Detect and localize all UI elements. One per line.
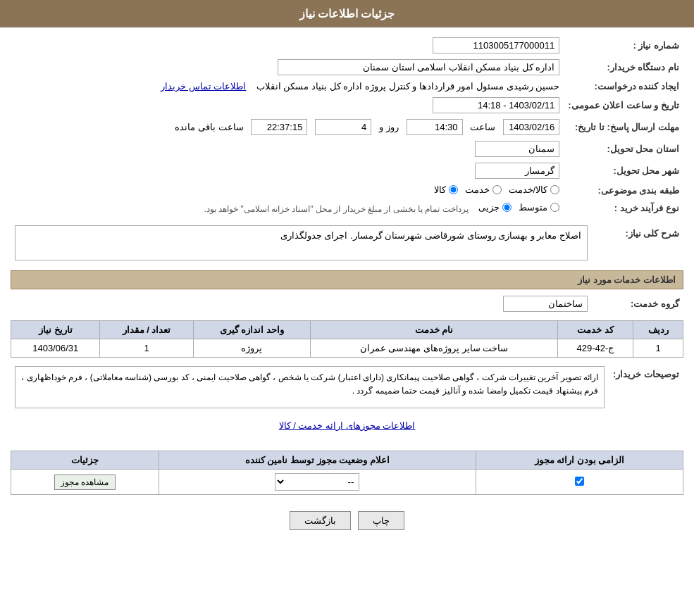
licenses-header-row: الزامی بودن ارائه مجوز اعلام وضعیت مجوز … bbox=[11, 451, 683, 470]
col-unit: واحد اندازه گیری bbox=[193, 321, 311, 339]
purchase-radio-group: متوسط جزیی bbox=[478, 202, 559, 213]
province-row: استان محل تحویل: سمنان bbox=[11, 138, 683, 160]
services-tbody: 1 ج-42-429 ساخت سایر پروژه‌های مهندسی عم… bbox=[11, 339, 683, 358]
service-group-row: گروه خدمت: ساختمان bbox=[11, 293, 683, 315]
license-required-checkbox[interactable] bbox=[575, 477, 584, 486]
purchase-radio-1[interactable] bbox=[502, 203, 512, 212]
category-row: طبقه بندی موضوعی: کالا/خدمت خدمت bbox=[11, 182, 683, 199]
license-status-cell: -- bbox=[159, 470, 476, 495]
service-quantity: 1 bbox=[100, 339, 193, 358]
notes-text: ارائه تصویر آخرین تغییرات شرکت ، گواهی ص… bbox=[21, 372, 598, 396]
services-table: ردیف کد خدمت نام خدمت واحد اندازه گیری ت… bbox=[11, 320, 683, 358]
col-name: نام خدمت bbox=[311, 321, 557, 339]
time-label: ساعت bbox=[470, 122, 495, 132]
service-group-label: گروه خدمت: bbox=[592, 293, 683, 315]
purchase-type-row: نوع فرآیند خرید : متوسط جزیی پرداخت bbox=[11, 199, 683, 217]
province-input: سمنان bbox=[475, 141, 559, 157]
col-status: اعلام وضعیت مجوز توسط نامین کننده bbox=[159, 451, 476, 470]
creator-text: حسین رشیدی مسئول امور قراردادها و کنترل … bbox=[256, 81, 559, 92]
category-label-2: خدمت bbox=[465, 184, 490, 195]
need-number-label: شماره نیاز : bbox=[564, 34, 683, 56]
response-deadline-value: 1403/02/16 ساعت 14:30 روز و 4 22:37:15 س… bbox=[11, 116, 564, 138]
license-required-cell bbox=[476, 470, 683, 495]
city-row: شهر محل تحویل: گرمسار bbox=[11, 160, 683, 182]
buyer-org-value: اداره کل بنیاد مسکن انقلاب اسلامی استان … bbox=[11, 56, 564, 78]
license-details-cell: مشاهده مجوز bbox=[11, 470, 159, 495]
content-area: شماره نیاز : 1103005177000011 نام دستگاه… bbox=[0, 27, 694, 548]
col-row-num: ردیف bbox=[633, 321, 683, 339]
buyer-org-label: نام دستگاه خریدار: bbox=[564, 56, 683, 78]
purchase-radio-2[interactable] bbox=[550, 203, 559, 212]
notes-box: ارائه تصویر آخرین تغییرات شرکت ، گواهی ص… bbox=[15, 366, 605, 408]
response-date-input: 1403/02/16 bbox=[503, 119, 559, 135]
notes-table: توصیحات خریدار: ارائه تصویر آخرین تغییرا… bbox=[11, 363, 683, 411]
need-number-row: شماره نیاز : 1103005177000011 bbox=[11, 34, 683, 56]
print-button[interactable]: چاپ bbox=[358, 511, 404, 530]
category-radio-1[interactable] bbox=[550, 185, 559, 194]
category-radio-2[interactable] bbox=[492, 185, 502, 194]
licenses-table: الزامی بودن ارائه مجوز اعلام وضعیت مجوز … bbox=[11, 451, 683, 495]
announce-row: تاریخ و ساعت اعلان عمومی: 1403/02/11 - 1… bbox=[11, 94, 683, 116]
col-quantity: تعداد / مقدار bbox=[100, 321, 193, 339]
description-label: شرح کلی نیاز: bbox=[592, 222, 683, 263]
creator-row: ایجاد کننده درخواست: حسین رشیدی مسئول ام… bbox=[11, 78, 683, 94]
province-value: سمنان bbox=[11, 138, 564, 160]
province-label: استان محل تحویل: bbox=[564, 138, 683, 160]
services-thead: ردیف کد خدمت نام خدمت واحد اندازه گیری ت… bbox=[11, 321, 683, 339]
service-date: 1403/06/31 bbox=[11, 339, 100, 358]
notes-row: توصیحات خریدار: ارائه تصویر آخرین تغییرا… bbox=[11, 363, 683, 411]
services-section-header: اطلاعات خدمات مورد نیاز bbox=[11, 270, 683, 289]
description-text: اصلاح معابر و بهسازی روستای شورقاضی شهرس… bbox=[280, 230, 581, 241]
col-date: تاریخ نیاز bbox=[11, 321, 100, 339]
announce-label: تاریخ و ساعت اعلان عمومی: bbox=[564, 94, 683, 116]
footer-buttons: چاپ بازگشت bbox=[11, 501, 683, 541]
licenses-tbody: -- مشاهده مجوز bbox=[11, 470, 683, 495]
service-group-value: ساختمان bbox=[11, 293, 592, 315]
page-wrapper: جزئیات اطلاعات نیاز شماره نیاز : 1103005… bbox=[0, 0, 694, 616]
city-input: گرمسار bbox=[475, 163, 559, 179]
licenses-thead: الزامی بودن ارائه مجوز اعلام وضعیت مجوز … bbox=[11, 451, 683, 470]
col-required: الزامی بودن ارائه مجوز bbox=[476, 451, 683, 470]
purchase-type-value: متوسط جزیی پرداخت تمام یا بخشی از مبلغ خ… bbox=[11, 199, 564, 217]
category-label-3: کالا bbox=[434, 184, 446, 195]
page-header: جزئیات اطلاعات نیاز bbox=[0, 0, 694, 27]
buyer-org-input: اداره کل بنیاد مسکن انقلاب اسلامی استان … bbox=[278, 59, 559, 75]
remaining-label: ساعت باقی مانده bbox=[175, 122, 243, 132]
need-number-input[interactable]: 1103005177000011 bbox=[433, 37, 559, 54]
main-info-table: شماره نیاز : 1103005177000011 نام دستگاه… bbox=[11, 34, 683, 217]
category-radios: کالا/خدمت خدمت کالا bbox=[11, 182, 564, 199]
description-value: اصلاح معابر و بهسازی روستای شورقاضی شهرس… bbox=[11, 222, 592, 263]
view-license-button[interactable]: مشاهده مجوز bbox=[54, 474, 115, 490]
back-button[interactable]: بازگشت bbox=[290, 511, 351, 530]
category-label-1: کالا/خدمت bbox=[509, 184, 548, 195]
category-option-1[interactable]: کالا/خدمت bbox=[509, 184, 560, 195]
category-option-3[interactable]: کالا bbox=[434, 184, 458, 195]
service-group-table: گروه خدمت: ساختمان bbox=[11, 293, 683, 315]
purchase-note: پرداخت تمام یا بخشی از مبلغ خریدار از مح… bbox=[204, 204, 469, 214]
response-days-input: 4 bbox=[315, 119, 371, 135]
service-code: ج-42-429 bbox=[557, 339, 633, 358]
purchase-option-2[interactable]: متوسط bbox=[519, 202, 559, 213]
service-row-num: 1 bbox=[633, 339, 683, 358]
description-table: شرح کلی نیاز: اصلاح معابر و بهسازی روستا… bbox=[11, 222, 683, 263]
buyer-org-row: نام دستگاه خریدار: اداره کل بنیاد مسکن ا… bbox=[11, 56, 683, 78]
category-option-2[interactable]: خدمت bbox=[465, 184, 502, 195]
service-name: ساخت سایر پروژه‌های مهندسی عمران bbox=[311, 339, 557, 358]
notes-value: ارائه تصویر آخرین تغییرات شرکت ، گواهی ص… bbox=[11, 363, 609, 411]
day-label: روز و bbox=[379, 122, 399, 132]
licenses-link[interactable]: اطلاعات مجوزهای ارائه خدمت / کالا bbox=[11, 417, 683, 434]
response-deadline-label: مهلت ارسال پاسخ: تا تاریخ: bbox=[564, 116, 683, 138]
license-status-select[interactable]: -- bbox=[275, 473, 359, 491]
category-radio-3[interactable] bbox=[449, 185, 458, 194]
services-header-row: ردیف کد خدمت نام خدمت واحد اندازه گیری ت… bbox=[11, 321, 683, 339]
purchase-option-1[interactable]: جزیی bbox=[478, 202, 512, 213]
city-value: گرمسار bbox=[11, 160, 564, 182]
category-label: طبقه بندی موضوعی: bbox=[564, 182, 683, 199]
city-label: شهر محل تحویل: bbox=[564, 160, 683, 182]
response-deadline-row: مهلت ارسال پاسخ: تا تاریخ: 1403/02/16 سا… bbox=[11, 116, 683, 138]
announce-datetime-input: 1403/02/11 - 14:18 bbox=[433, 97, 559, 113]
announce-value: 1403/02/11 - 14:18 bbox=[11, 94, 564, 116]
creator-label: ایجاد کننده درخواست: bbox=[564, 78, 683, 94]
need-number-value: 1103005177000011 bbox=[11, 34, 564, 56]
contact-link[interactable]: اطلاعات تماس خریدار bbox=[161, 81, 246, 92]
